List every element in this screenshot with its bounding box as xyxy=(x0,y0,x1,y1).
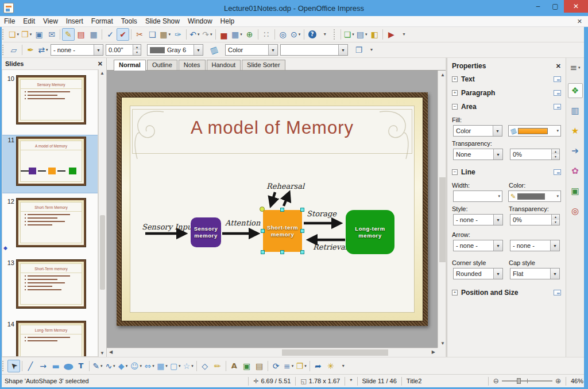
dropdown-arrow-icon[interactable]: ▾ xyxy=(179,364,181,368)
tab-styles-formatting[interactable]: ✿ xyxy=(568,164,583,178)
block-arrows-icon[interactable]: ⇔▾ xyxy=(143,360,156,372)
cap-style-select[interactable]: Flat ▼ xyxy=(510,268,560,279)
line-dialog-icon[interactable]: ✒ xyxy=(24,44,37,56)
menu-window[interactable]: Window xyxy=(184,16,216,26)
chevron-down-icon[interactable]: ▼ xyxy=(550,240,559,251)
redo-icon[interactable]: ↷▾ xyxy=(201,28,214,41)
chevron-down-icon[interactable]: ▾ xyxy=(556,129,559,133)
scroll-left-icon[interactable]: ◀ xyxy=(109,349,113,355)
print-icon[interactable]: ▦ xyxy=(87,28,100,41)
arrange-icon[interactable]: ❐▾ xyxy=(295,360,308,372)
box-long-term-memory[interactable]: Long-term memory xyxy=(346,210,394,254)
fill-color-select[interactable]: ▼ xyxy=(280,44,348,56)
select-icon[interactable]: ➤ xyxy=(7,360,20,372)
spin-down-icon[interactable]: ▼ xyxy=(552,154,559,160)
chevron-down-icon[interactable]: ▼ xyxy=(493,126,502,136)
menu-view[interactable]: View xyxy=(39,16,62,26)
line-style-select[interactable]: - none - ▼ xyxy=(51,44,103,56)
dropdown-arrow-icon[interactable]: ▾ xyxy=(299,32,301,37)
gallery-icon[interactable]: ▤ xyxy=(253,360,266,372)
arrow-end-select[interactable]: - none - ▼ xyxy=(510,240,560,251)
tab-outline[interactable]: Outline xyxy=(147,60,177,70)
slide-thumbnail[interactable]: Long-Term Memory xyxy=(16,321,86,357)
curve-icon[interactable]: ✎▾ xyxy=(91,360,104,372)
chevron-down-icon[interactable]: ▼ xyxy=(194,45,203,55)
rectangle-icon[interactable]: ▬ xyxy=(49,360,62,372)
dropdown-arrow-icon[interactable]: ▾ xyxy=(191,364,194,368)
slide-thumbnail[interactable]: Short-Term memory xyxy=(16,259,86,309)
chevron-down-icon[interactable]: ▼ xyxy=(493,269,502,279)
chevron-down-icon[interactable]: ▼ xyxy=(493,149,502,160)
menu-file[interactable]: File xyxy=(0,16,19,26)
section-position-size[interactable]: + Position and Size xyxy=(452,286,561,299)
callouts-icon[interactable]: ▢▾ xyxy=(169,360,182,372)
stars-icon[interactable]: ☆▾ xyxy=(182,360,195,372)
dropdown-arrow-icon[interactable]: ▾ xyxy=(100,364,103,368)
close-button[interactable]: ✕ xyxy=(564,0,588,13)
tab-gallery[interactable]: ▣ xyxy=(568,184,583,199)
line-color-select[interactable]: Gray 6 ▼ xyxy=(147,44,203,56)
interaction-icon[interactable]: ➦ xyxy=(312,360,324,372)
line-width-spinner[interactable]: 0.00" ▲▼ xyxy=(106,44,141,56)
fill-type-select[interactable]: Color ▼ xyxy=(453,125,502,137)
scroll-down-icon[interactable]: ▼ xyxy=(100,351,105,356)
dropdown-arrow-icon[interactable]: ▾ xyxy=(352,32,354,37)
chevron-down-icon[interactable]: ▼ xyxy=(338,45,347,55)
dropdown-arrow-icon[interactable]: ▾ xyxy=(240,32,242,37)
tab-properties[interactable]: ❖ xyxy=(568,83,583,98)
expand-icon[interactable]: + xyxy=(452,76,458,82)
zoom-out-icon[interactable]: ⊖ xyxy=(493,377,499,385)
dialog-launcher-icon[interactable] xyxy=(554,290,561,295)
line-width-select[interactable]: ▾ xyxy=(453,190,502,202)
area-dialog-button[interactable]: ▥ xyxy=(208,44,220,56)
hyperlink-icon[interactable]: ⊕ xyxy=(243,28,256,41)
copy-icon[interactable]: ❑ xyxy=(146,28,158,41)
tab-normal[interactable]: Normal xyxy=(114,60,146,71)
line-style-select[interactable]: - none - ▼ xyxy=(453,214,503,225)
cut-icon[interactable]: ✂ xyxy=(133,28,146,41)
slide-thumbnail[interactable]: Short-Term Memory xyxy=(16,198,86,247)
label-retrieval[interactable]: Retrieval xyxy=(313,243,347,251)
selection-handle[interactable] xyxy=(300,208,304,212)
dropdown-arrow-icon[interactable]: ▾ xyxy=(113,364,115,368)
chevron-down-icon[interactable]: ▼ xyxy=(94,45,103,55)
dropdown-arrow-icon[interactable]: ▾ xyxy=(140,364,142,368)
selection-handle[interactable] xyxy=(261,229,265,233)
dropdown-arrow-icon[interactable]: ▾ xyxy=(292,364,294,368)
menu-format[interactable]: Format xyxy=(87,16,117,26)
chevron-down-icon[interactable]: ▼ xyxy=(493,240,502,251)
selection-handle[interactable] xyxy=(300,229,304,233)
zoom-slider[interactable] xyxy=(502,380,552,382)
dropdown-arrow-icon[interactable]: ▾ xyxy=(46,48,48,52)
spin-up-icon[interactable]: ▲ xyxy=(133,45,141,50)
fill-type-select[interactable]: Color ▼ xyxy=(225,44,278,56)
collapse-icon[interactable]: − xyxy=(452,169,458,175)
dialog-launcher-icon[interactable] xyxy=(554,76,561,82)
navigator-icon[interactable]: ◎ xyxy=(277,28,289,41)
section-text[interactable]: + Text xyxy=(452,73,561,85)
selection-handle[interactable] xyxy=(280,208,284,212)
connector-icon[interactable]: ∿▾ xyxy=(104,360,117,372)
export-pdf-icon[interactable]: ▤ xyxy=(75,28,87,41)
menu-insert[interactable]: Insert xyxy=(62,16,87,26)
symbol-shapes-icon[interactable]: ☺▾ xyxy=(129,360,143,372)
section-paragraph[interactable]: + Paragraph xyxy=(452,87,561,99)
edit-points-icon[interactable]: ▱ xyxy=(7,44,20,56)
fill-color-button[interactable]: ▥ ▾ xyxy=(508,125,561,137)
maximize-button[interactable]: ▢ xyxy=(547,0,564,13)
gluepoints-icon[interactable]: ✏ xyxy=(211,360,224,372)
section-line[interactable]: − Line xyxy=(452,166,561,178)
points-icon[interactable]: ◇ xyxy=(199,360,211,372)
collapse-icon[interactable]: − xyxy=(452,104,458,110)
save-icon[interactable]: ▣ xyxy=(33,28,45,41)
toolbar-overflow-icon[interactable]: ▾ xyxy=(365,44,378,56)
toolbar-overflow-icon[interactable]: ▾ xyxy=(337,360,350,372)
transparency-type-select[interactable]: None ▼ xyxy=(453,149,503,160)
basic-shapes-icon[interactable]: ◆▾ xyxy=(117,360,129,372)
dropdown-arrow-icon[interactable]: ▾ xyxy=(152,364,154,368)
label-sensory-input[interactable]: Sensory Input xyxy=(142,223,195,231)
arrow-start-select[interactable]: - none - ▼ xyxy=(453,240,503,251)
minimize-button[interactable]: – xyxy=(529,0,547,13)
toolbar-grip[interactable] xyxy=(2,45,5,55)
menu-edit[interactable]: Edit xyxy=(19,16,39,26)
